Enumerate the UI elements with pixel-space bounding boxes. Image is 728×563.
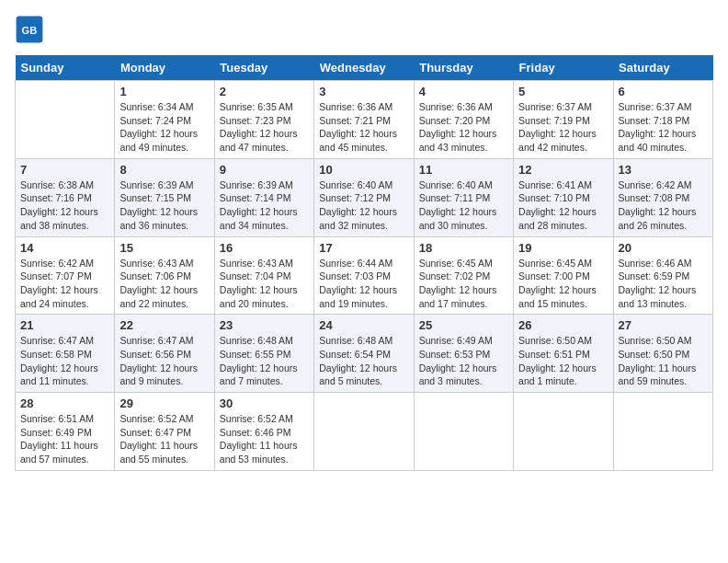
weekday-thursday: Thursday: [414, 55, 513, 81]
day-number: 6: [619, 85, 708, 98]
day-number: 4: [419, 85, 508, 98]
calendar-cell: 30Sunrise: 6:52 AMSunset: 6:46 PMDayligh…: [214, 393, 313, 471]
calendar-cell: [414, 393, 513, 471]
week-row-2: 7Sunrise: 6:38 AMSunset: 7:16 PMDaylight…: [16, 158, 713, 236]
day-info: Sunrise: 6:47 AMSunset: 6:58 PMDaylight:…: [20, 334, 109, 388]
calendar-cell: 21Sunrise: 6:47 AMSunset: 6:58 PMDayligh…: [16, 315, 115, 393]
day-number: 25: [419, 318, 508, 332]
day-info: Sunrise: 6:34 AMSunset: 7:24 PMDaylight:…: [119, 100, 209, 155]
day-number: 1: [119, 85, 209, 98]
day-number: 13: [619, 163, 708, 177]
calendar-cell: 13Sunrise: 6:42 AMSunset: 7:08 PMDayligh…: [613, 158, 712, 236]
weekday-wednesday: Wednesday: [314, 55, 414, 81]
day-number: 24: [319, 318, 408, 332]
day-number: 14: [20, 241, 109, 255]
day-info: Sunrise: 6:47 AMSunset: 6:56 PMDaylight:…: [119, 334, 209, 388]
calendar-cell: 9Sunrise: 6:39 AMSunset: 7:14 PMDaylight…: [214, 158, 313, 236]
calendar-cell: 27Sunrise: 6:50 AMSunset: 6:50 PMDayligh…: [613, 315, 712, 393]
day-info: Sunrise: 6:45 AMSunset: 7:00 PMDaylight:…: [518, 257, 608, 311]
logo: GB: [15, 15, 48, 44]
day-info: Sunrise: 6:50 AMSunset: 6:50 PMDaylight:…: [619, 334, 708, 388]
day-info: Sunrise: 6:37 AMSunset: 7:19 PMDaylight:…: [518, 100, 608, 155]
page-header: GB: [15, 15, 713, 44]
weekday-sunday: Sunday: [16, 55, 115, 81]
calendar-cell: 25Sunrise: 6:49 AMSunset: 6:53 PMDayligh…: [414, 315, 513, 393]
day-info: Sunrise: 6:40 AMSunset: 7:12 PMDaylight:…: [319, 178, 408, 233]
calendar-cell: 1Sunrise: 6:34 AMSunset: 7:24 PMDaylight…: [115, 81, 214, 159]
calendar-cell: [16, 81, 115, 159]
day-number: 15: [119, 241, 209, 255]
day-number: 30: [220, 396, 309, 410]
calendar-cell: 2Sunrise: 6:35 AMSunset: 7:23 PMDaylight…: [214, 81, 313, 159]
day-number: 18: [419, 241, 508, 255]
weekday-friday: Friday: [514, 55, 613, 81]
calendar-cell: 4Sunrise: 6:36 AMSunset: 7:20 PMDaylight…: [414, 81, 513, 159]
day-info: Sunrise: 6:39 AMSunset: 7:14 PMDaylight:…: [220, 178, 309, 233]
day-number: 5: [518, 85, 608, 98]
calendar-cell: [514, 393, 613, 471]
calendar-cell: 11Sunrise: 6:40 AMSunset: 7:11 PMDayligh…: [414, 158, 513, 236]
calendar-cell: 29Sunrise: 6:52 AMSunset: 6:47 PMDayligh…: [115, 393, 214, 471]
weekday-tuesday: Tuesday: [214, 55, 313, 81]
day-info: Sunrise: 6:42 AMSunset: 7:07 PMDaylight:…: [20, 257, 109, 311]
calendar-cell: 24Sunrise: 6:48 AMSunset: 6:54 PMDayligh…: [314, 315, 414, 393]
day-info: Sunrise: 6:43 AMSunset: 7:04 PMDaylight:…: [220, 257, 309, 311]
calendar-cell: 22Sunrise: 6:47 AMSunset: 6:56 PMDayligh…: [115, 315, 214, 393]
svg-text:GB: GB: [22, 25, 38, 36]
day-number: 9: [220, 163, 309, 177]
calendar-cell: 17Sunrise: 6:44 AMSunset: 7:03 PMDayligh…: [314, 236, 414, 315]
day-number: 27: [619, 318, 708, 332]
day-number: 10: [319, 163, 408, 177]
calendar-cell: 26Sunrise: 6:50 AMSunset: 6:51 PMDayligh…: [514, 315, 613, 393]
day-number: 12: [518, 163, 608, 177]
calendar-table: SundayMondayTuesdayWednesdayThursdayFrid…: [15, 55, 713, 471]
day-number: 22: [119, 318, 209, 332]
day-info: Sunrise: 6:51 AMSunset: 6:49 PMDaylight:…: [20, 412, 109, 466]
day-number: 20: [619, 241, 708, 255]
day-number: 29: [119, 396, 209, 410]
week-row-4: 21Sunrise: 6:47 AMSunset: 6:58 PMDayligh…: [16, 315, 713, 393]
day-info: Sunrise: 6:52 AMSunset: 6:46 PMDaylight:…: [220, 412, 309, 466]
week-row-3: 14Sunrise: 6:42 AMSunset: 7:07 PMDayligh…: [16, 236, 713, 315]
day-info: Sunrise: 6:48 AMSunset: 6:54 PMDaylight:…: [319, 334, 408, 388]
calendar-cell: 8Sunrise: 6:39 AMSunset: 7:15 PMDaylight…: [115, 158, 214, 236]
week-row-1: 1Sunrise: 6:34 AMSunset: 7:24 PMDaylight…: [16, 81, 713, 159]
day-info: Sunrise: 6:36 AMSunset: 7:20 PMDaylight:…: [419, 100, 508, 155]
day-info: Sunrise: 6:49 AMSunset: 6:53 PMDaylight:…: [419, 334, 508, 388]
day-info: Sunrise: 6:43 AMSunset: 7:06 PMDaylight:…: [119, 257, 209, 311]
day-info: Sunrise: 6:38 AMSunset: 7:16 PMDaylight:…: [20, 178, 109, 233]
day-number: 11: [419, 163, 508, 177]
day-info: Sunrise: 6:48 AMSunset: 6:55 PMDaylight:…: [220, 334, 309, 388]
calendar-cell: 7Sunrise: 6:38 AMSunset: 7:16 PMDaylight…: [16, 158, 115, 236]
calendar-cell: 19Sunrise: 6:45 AMSunset: 7:00 PMDayligh…: [514, 236, 613, 315]
day-number: 19: [518, 241, 608, 255]
calendar-cell: 23Sunrise: 6:48 AMSunset: 6:55 PMDayligh…: [214, 315, 313, 393]
week-row-5: 28Sunrise: 6:51 AMSunset: 6:49 PMDayligh…: [16, 393, 713, 471]
calendar-body: 1Sunrise: 6:34 AMSunset: 7:24 PMDaylight…: [16, 81, 713, 471]
day-info: Sunrise: 6:41 AMSunset: 7:10 PMDaylight:…: [518, 178, 608, 233]
day-number: 26: [518, 318, 608, 332]
day-info: Sunrise: 6:37 AMSunset: 7:18 PMDaylight:…: [619, 100, 708, 155]
day-number: 16: [220, 241, 309, 255]
weekday-saturday: Saturday: [613, 55, 712, 81]
calendar-cell: 10Sunrise: 6:40 AMSunset: 7:12 PMDayligh…: [314, 158, 414, 236]
day-info: Sunrise: 6:40 AMSunset: 7:11 PMDaylight:…: [419, 178, 508, 233]
day-number: 3: [319, 85, 408, 98]
day-info: Sunrise: 6:39 AMSunset: 7:15 PMDaylight:…: [119, 178, 209, 233]
weekday-monday: Monday: [115, 55, 214, 81]
day-number: 2: [220, 85, 309, 98]
calendar-header: SundayMondayTuesdayWednesdayThursdayFrid…: [16, 55, 713, 81]
day-info: Sunrise: 6:44 AMSunset: 7:03 PMDaylight:…: [319, 257, 408, 311]
calendar-cell: 15Sunrise: 6:43 AMSunset: 7:06 PMDayligh…: [115, 236, 214, 315]
day-info: Sunrise: 6:45 AMSunset: 7:02 PMDaylight:…: [419, 257, 508, 311]
calendar-cell: 14Sunrise: 6:42 AMSunset: 7:07 PMDayligh…: [16, 236, 115, 315]
calendar-cell: 20Sunrise: 6:46 AMSunset: 6:59 PMDayligh…: [613, 236, 712, 315]
day-info: Sunrise: 6:46 AMSunset: 6:59 PMDaylight:…: [619, 257, 708, 311]
calendar-cell: [613, 393, 712, 471]
calendar-cell: 12Sunrise: 6:41 AMSunset: 7:10 PMDayligh…: [514, 158, 613, 236]
calendar-cell: [314, 393, 414, 471]
calendar-cell: 6Sunrise: 6:37 AMSunset: 7:18 PMDaylight…: [613, 81, 712, 159]
weekday-row: SundayMondayTuesdayWednesdayThursdayFrid…: [16, 55, 713, 81]
day-number: 28: [20, 396, 109, 410]
day-number: 23: [220, 318, 309, 332]
